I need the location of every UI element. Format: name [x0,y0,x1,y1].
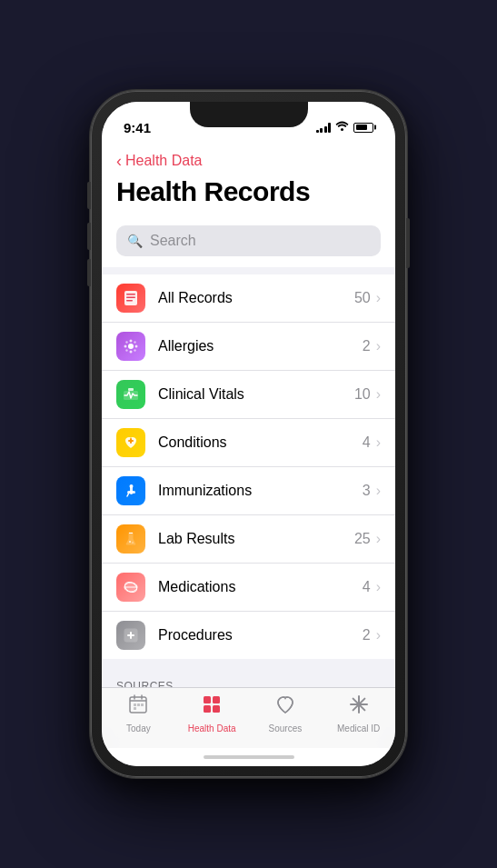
svg-point-0 [341,128,343,131]
medical-id-icon [348,693,370,721]
today-icon [127,693,149,721]
home-indicator [102,748,395,766]
procedures-label: Procedures [158,627,363,644]
tab-medical-id[interactable]: Medical ID [322,693,395,733]
lab-results-label: Lab Results [158,531,354,547]
home-bar [204,755,294,759]
all-records-chevron: › [376,290,381,306]
vitals-icon [116,380,145,409]
conditions-label: Conditions [158,434,363,451]
nav-header: ‹ Health Data [102,142,395,173]
svg-rect-35 [134,703,136,706]
list-item-conditions[interactable]: Conditions 4 › [102,419,395,467]
procedures-chevron: › [376,627,381,644]
lab-results-count: 25 [354,531,371,547]
svg-rect-37 [141,703,144,706]
back-label: Health Data [125,153,203,169]
medications-icon [116,573,145,602]
medical-id-label: Medical ID [337,723,380,733]
clinical-vitals-count: 10 [354,386,371,403]
sources-header: SOURCES [102,659,395,687]
svg-rect-3 [126,297,135,299]
health-data-label: Health Data [188,723,236,733]
svg-rect-42 [213,705,220,713]
sources-label: Sources [269,723,303,733]
svg-rect-17 [128,440,134,442]
search-icon: 🔍 [127,234,143,248]
svg-rect-21 [129,533,133,534]
svg-rect-39 [204,696,211,703]
clinical-vitals-label: Clinical Vitals [158,386,354,403]
records-list: All Records 50 › [102,274,395,659]
medications-label: Medications [158,579,363,595]
phone-screen: 9:41 [102,102,395,766]
lab-results-icon [116,524,145,554]
svg-point-10 [125,341,127,343]
tab-bar: Today Health Data [102,687,395,748]
svg-point-11 [134,341,135,343]
conditions-chevron: › [376,434,381,451]
svg-rect-30 [127,634,134,636]
procedures-count: 2 [363,627,371,644]
svg-point-9 [135,345,138,348]
svg-point-23 [132,542,134,544]
page-title-section: Health Records [102,173,395,218]
svg-point-8 [124,345,127,348]
svg-point-12 [125,349,127,351]
list-item-allergies[interactable]: Allergies 2 › [102,323,395,371]
immunizations-count: 3 [363,483,371,499]
wifi-icon [335,121,349,134]
conditions-count: 4 [363,434,371,451]
status-icons [316,121,374,134]
list-item-all-records[interactable]: All Records 50 › [102,274,395,323]
list-item-immunizations[interactable]: Immunizations 3 › [102,467,395,515]
procedures-icon [116,621,145,650]
svg-rect-41 [204,705,211,713]
page-title: Health Records [116,176,381,207]
immunizations-label: Immunizations [158,483,363,499]
svg-rect-40 [213,696,220,703]
immunizations-chevron: › [376,483,381,499]
svg-point-13 [134,349,135,351]
content-area: ‹ Health Data Health Records 🔍 Search [102,142,395,687]
list-item-clinical-vitals[interactable]: Clinical Vitals 10 › [102,371,395,419]
back-button[interactable]: ‹ Health Data [116,149,381,173]
signal-icon [316,123,332,133]
health-data-icon [201,693,223,721]
clinical-vitals-chevron: › [376,386,381,403]
all-records-label: All Records [158,290,354,306]
list-item-lab-results[interactable]: Lab Results 25 › [102,515,395,564]
tab-sources[interactable]: Sources [249,693,323,733]
time-display: 9:41 [124,120,151,135]
sources-icon [274,693,296,721]
all-records-icon [116,284,145,313]
list-item-medications[interactable]: Medications 4 › [102,564,395,612]
medications-count: 4 [363,579,371,595]
svg-point-6 [130,340,133,343]
all-records-count: 50 [354,290,371,306]
lab-results-chevron: › [376,531,381,547]
svg-rect-4 [126,300,133,302]
svg-point-20 [130,484,134,488]
search-section: 🔍 Search [102,218,395,267]
phone-frame: 9:41 [91,91,406,777]
back-chevron-icon: ‹ [116,153,122,169]
tab-health-data[interactable]: Health Data [175,693,249,733]
search-placeholder: Search [150,233,196,249]
allergies-chevron: › [376,338,381,354]
svg-rect-2 [126,294,135,295]
svg-point-22 [129,541,131,543]
tab-today[interactable]: Today [102,693,175,733]
allergies-icon [116,332,145,361]
list-item-procedures[interactable]: Procedures 2 › [102,612,395,659]
medications-chevron: › [376,579,381,595]
svg-rect-15 [128,388,134,391]
status-bar: 9:41 [102,102,395,142]
svg-point-7 [130,351,133,354]
conditions-icon [116,428,145,457]
svg-rect-36 [137,703,140,706]
search-bar[interactable]: 🔍 Search [116,225,381,256]
notch [190,102,308,127]
svg-point-5 [128,344,134,349]
battery-icon [353,123,373,133]
